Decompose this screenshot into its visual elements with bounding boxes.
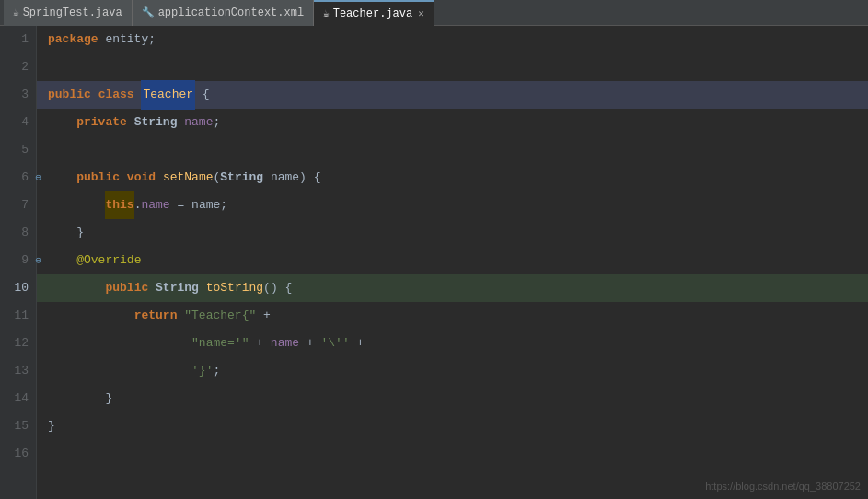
ln-8: 8: [4, 219, 29, 247]
code-line-10: public String toString() {: [37, 274, 868, 302]
code-line-16: [37, 440, 868, 468]
springtest-icon: ☕: [13, 6, 19, 18]
ln-15: 15: [4, 412, 29, 440]
code-area[interactable]: package entity; public class Teacher { p…: [37, 26, 868, 499]
code-line-5: [37, 136, 868, 164]
ln-5: 5: [4, 136, 29, 164]
editor-area: 1 2 3 4 5 6 7 8 9 10 11 12 13 14 15 16 p…: [0, 26, 868, 499]
code-line-7: this.name = name;: [37, 191, 868, 219]
ln-12: 12: [4, 330, 29, 357]
tab-springtest-label: SpringTest.java: [23, 6, 122, 19]
code-line-2: [37, 53, 868, 81]
code-line-13: '}';: [37, 357, 868, 385]
line-numbers: 1 2 3 4 5 6 7 8 9 10 11 12 13 14 15 16: [0, 26, 37, 499]
ln-10: 10: [4, 274, 29, 302]
watermark: https://blog.csdn.net/qq_38807252: [705, 481, 861, 492]
teacher-icon: ☕: [323, 7, 330, 19]
ln-13: 13: [4, 357, 29, 385]
ln-4: 4: [4, 109, 29, 136]
ln-16: 16: [4, 440, 29, 468]
code-line-11: return "Teacher{" +: [37, 302, 868, 330]
classname-selected: Teacher: [141, 80, 195, 110]
appcontext-icon: 🔧: [142, 6, 155, 18]
code-line-3: public class Teacher {: [37, 81, 868, 109]
ln-6: 6: [4, 164, 29, 191]
tab-appcontext[interactable]: 🔧 applicationContext.xml: [133, 0, 314, 26]
tab-bar: ☕ SpringTest.java 🔧 applicationContext.x…: [0, 0, 868, 26]
tab-teacher[interactable]: ☕ Teacher.java ✕: [314, 0, 434, 26]
tab-springtest[interactable]: ☕ SpringTest.java: [4, 0, 133, 26]
code-line-9: @Override: [37, 247, 868, 274]
code-line-1: package entity;: [37, 26, 868, 53]
tab-appcontext-label: applicationContext.xml: [158, 6, 304, 19]
code-line-15: }: [37, 412, 868, 440]
ln-14: 14: [4, 385, 29, 412]
tab-teacher-label: Teacher.java: [333, 7, 412, 20]
code-line-4: private String name;: [37, 109, 868, 136]
code-line-8: }: [37, 219, 868, 247]
ln-3: 3: [4, 81, 29, 109]
ln-1: 1: [4, 26, 29, 53]
ln-11: 11: [4, 302, 29, 330]
code-line-12: "name='" + name + '\'' +: [37, 330, 868, 357]
ln-2: 2: [4, 53, 29, 81]
code-line-14: }: [37, 385, 868, 412]
ln-7: 7: [4, 191, 29, 219]
ln-9: 9: [4, 247, 29, 274]
code-line-6: public void setName(String name) {: [37, 164, 868, 191]
tab-close-icon[interactable]: ✕: [418, 7, 424, 19]
